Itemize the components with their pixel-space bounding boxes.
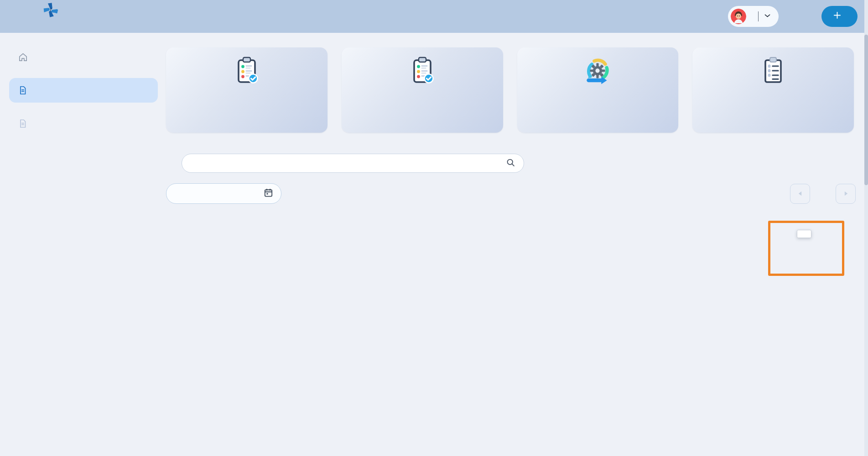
gobgeo-logo-icon [43,2,58,20]
sidebar-item-ordenes-de-trabajo[interactable] [9,111,158,136]
clipboard-check-icon [408,56,437,86]
clipboard-check-icon [232,56,261,86]
table-header-row [166,222,854,243]
details-tooltip [797,230,811,238]
user-avatar [731,9,746,24]
stat-card-solicitudes-rechazadas [692,47,854,133]
brand [0,0,166,33]
divider [758,11,759,21]
app-root [0,0,868,456]
header-titles [166,13,728,20]
stat-card-ordenes-caducadas [517,47,679,133]
process-cycle-icon [582,56,613,86]
next-page-button[interactable] [836,184,856,204]
search-icon[interactable] [506,158,515,169]
filter-bar [166,183,868,204]
prev-page-button[interactable] [790,184,810,204]
main-content [166,33,868,456]
calendar-icon [263,187,274,200]
sidebar [0,33,166,145]
document-icon [17,85,28,96]
stat-card-tiempo-promedio-de-conversion [166,47,327,133]
header-right [728,6,858,27]
list-header [166,154,868,173]
date-filter[interactable] [166,183,281,204]
page-scrollbar[interactable] [864,0,868,456]
scrollbar-thumb[interactable] [864,35,868,185]
home-icon [17,52,28,62]
register-new-request-button[interactable] [821,6,858,27]
user-menu[interactable] [728,6,779,27]
sidebar-item-solicitudes-ingresadas[interactable] [9,78,158,103]
plus-icon [833,11,841,21]
requests-table [166,222,854,243]
sidebar-item-inicio[interactable] [9,45,158,69]
chevron-down-icon [764,12,771,21]
clipboard-plain-icon [759,56,788,86]
stats-cards [166,47,854,133]
app-header [0,0,868,33]
search-bar [182,154,524,173]
document-icon [17,118,28,129]
stat-card-solicitudes-procesadas [342,47,503,133]
search-input[interactable] [190,159,506,167]
